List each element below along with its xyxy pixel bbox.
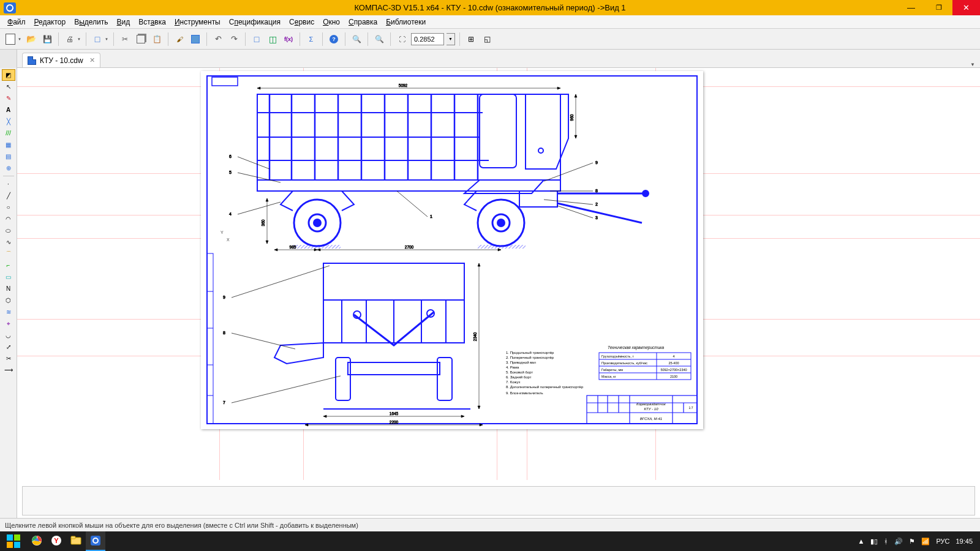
property-panel[interactable] [22, 486, 975, 515]
svg-text:Кормораздатчик: Кормораздатчик [636, 402, 666, 406]
tool-text-icon[interactable]: A [2, 104, 15, 116]
tool-contour-icon[interactable]: ⬡ [2, 294, 15, 306]
open-button[interactable] [24, 32, 38, 46]
tray-up-icon[interactable]: ▲ [858, 538, 865, 545]
tool-tangent-icon[interactable]: ◡ [2, 329, 15, 341]
manager-button[interactable] [250, 32, 263, 46]
taskbar-explorer-icon[interactable] [66, 531, 86, 551]
svg-rect-133 [91, 536, 100, 545]
svg-point-18 [538, 148, 543, 153]
tool-point-icon[interactable]: · [2, 178, 15, 190]
new-button[interactable]: ▼ [4, 32, 17, 46]
tool-arc-icon[interactable]: ◠ [2, 213, 15, 225]
tool-centerline-icon[interactable]: ╳ [2, 116, 15, 127]
tray-lang[interactable]: РУС [936, 538, 949, 545]
tool-rect-icon[interactable]: ▭ [2, 271, 15, 283]
undo-button[interactable] [211, 32, 225, 46]
tool-geometry-icon[interactable]: ◩ [2, 69, 15, 81]
svg-text:360: 360 [261, 219, 265, 226]
calc-button[interactable] [304, 32, 318, 46]
cut-button[interactable] [118, 32, 132, 46]
taskbar: Y ▲ ▮▯ ᚼ 🔊 ⚑ 📶 РУС 19:45 [0, 531, 980, 551]
redo-button[interactable] [227, 32, 241, 46]
tool-axis-icon[interactable]: ⊕ [2, 162, 15, 174]
menu-view[interactable]: Вид [113, 17, 134, 28]
svg-rect-17 [480, 94, 516, 168]
tool-spline-icon[interactable]: ∿ [2, 236, 15, 248]
zoom-prev-button[interactable] [480, 32, 494, 46]
menu-insert[interactable]: Вставка [135, 17, 170, 28]
tray-flag-icon[interactable]: ⚑ [909, 538, 915, 545]
print-button[interactable]: ▼ [63, 32, 77, 46]
doc-icon [28, 56, 36, 65]
svg-text:2200: 2200 [390, 420, 399, 424]
menu-tools[interactable]: Инструменты [171, 17, 224, 28]
tool-pen-icon[interactable]: ✎ [2, 92, 15, 104]
svg-text:9: 9 [595, 160, 598, 165]
tab-ktu10[interactable]: КТУ - 10.cdw ✕ [22, 53, 100, 67]
start-button[interactable] [0, 531, 27, 551]
tray-bluetooth-icon[interactable]: ᚼ [884, 538, 888, 545]
tray-battery-icon[interactable]: ▮▯ [870, 538, 878, 545]
tool-break-icon[interactable]: ⤢ [2, 341, 15, 353]
svg-text:Габариты, мм: Габариты, мм [601, 368, 623, 372]
fx-button[interactable] [282, 32, 295, 46]
svg-text:4: 4 [229, 212, 232, 216]
tool-chamfer-icon[interactable]: ⌐ [2, 260, 15, 271]
tab-close-icon[interactable]: ✕ [89, 56, 95, 64]
tray-clock[interactable]: 19:45 [956, 538, 973, 545]
tool-extend-icon[interactable]: ⟶ [2, 364, 15, 376]
paste-button[interactable] [150, 32, 164, 46]
zoom-input[interactable] [411, 33, 444, 45]
save-button[interactable] [40, 32, 54, 46]
tabs-overflow-icon[interactable]: ▼ [970, 62, 975, 67]
menu-help[interactable]: Справка [345, 17, 381, 28]
variables-button[interactable] [266, 32, 279, 46]
format-button[interactable] [173, 32, 186, 46]
properties-button[interactable] [189, 32, 202, 46]
tool-fillet-icon[interactable]: ⌒ [2, 248, 15, 260]
tool-line-icon[interactable]: ╱ [2, 190, 15, 201]
svg-text:1: 1 [430, 214, 432, 219]
menu-editor[interactable]: Редактор [31, 17, 70, 28]
menu-spec[interactable]: Спецификация [225, 17, 284, 28]
tray-network-icon[interactable]: 📶 [921, 538, 930, 545]
svg-text:2700: 2700 [405, 245, 414, 249]
svg-line-32 [238, 157, 270, 169]
svg-point-23 [643, 190, 649, 197]
drawing-canvas[interactable]: ✣ [17, 68, 980, 480]
zoom-fit-button[interactable] [395, 32, 409, 46]
tray-volume-icon[interactable]: 🔊 [894, 538, 903, 545]
tool-table2-icon[interactable]: ▤ [2, 151, 15, 162]
tool-autoaxis-icon[interactable]: ⌖ [2, 318, 15, 329]
svg-text:2. Поперечный транспортёр: 2. Поперечный транспортёр [506, 356, 554, 359]
help-button[interactable] [327, 32, 341, 46]
taskbar-kompas-icon[interactable] [86, 531, 105, 551]
tool-trim-icon[interactable]: ✂ [2, 353, 15, 364]
menu-file[interactable]: Файл [4, 17, 29, 28]
menu-libraries[interactable]: Библиотеки [382, 17, 429, 28]
left-toolbox: ◩ ↖ ✎ A ╳ /// ▦ ▤ ⊕ · ╱ ○ ◠ ⬭ ∿ ⌒ ⌐ ▭ N … [0, 68, 17, 518]
zoom-scale-button[interactable] [464, 32, 478, 46]
menu-window[interactable]: Окно [319, 17, 344, 28]
taskbar-chrome-icon[interactable] [27, 531, 47, 551]
layout-button[interactable]: ▼ [91, 32, 104, 46]
tool-hatch-icon[interactable]: /// [2, 127, 15, 139]
svg-rect-68 [348, 362, 440, 375]
tool-arrow-icon[interactable]: ↖ [2, 81, 15, 92]
taskbar-yandex-icon[interactable]: Y [47, 531, 66, 551]
svg-text:ВГСХА, М-41: ВГСХА, М-41 [640, 417, 662, 421]
menu-select[interactable]: Выделить [70, 17, 111, 28]
svg-rect-132 [71, 536, 75, 539]
tool-circle-icon[interactable]: ○ [2, 201, 15, 213]
tool-ellipse-icon[interactable]: ⬭ [2, 225, 15, 236]
zoom-dropdown[interactable]: ▼ [447, 33, 455, 45]
zoom-window-button[interactable] [372, 32, 386, 46]
copy-button[interactable] [134, 32, 148, 46]
tool-equidistant-icon[interactable]: ≋ [2, 306, 15, 318]
menu-service[interactable]: Сервис [285, 17, 318, 28]
tool-table-icon[interactable]: ▦ [2, 139, 15, 151]
zoom-in-button[interactable] [350, 32, 363, 46]
tool-polyline-icon[interactable]: N [2, 283, 15, 294]
svg-text:7: 7 [223, 400, 225, 405]
